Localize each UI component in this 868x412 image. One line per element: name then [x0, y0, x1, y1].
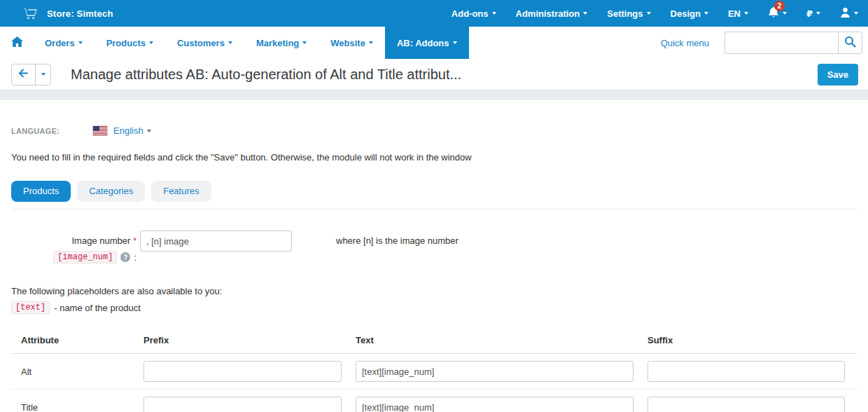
back-dropdown-button[interactable]: [36, 64, 50, 85]
col-header-suffix: Suffix: [648, 335, 857, 345]
placeholders-intro: The following placeholders are also avai…: [11, 286, 857, 296]
back-button-group: [11, 64, 51, 85]
chevron-down-icon: [228, 41, 232, 44]
save-button[interactable]: Save: [818, 64, 858, 85]
notification-badge: 2: [774, 1, 785, 11]
search-icon: [844, 36, 856, 50]
currency-symbol: ₽: [806, 8, 813, 19]
title-text-input[interactable]: [356, 397, 634, 412]
menu-language-en[interactable]: EN: [718, 0, 758, 27]
required-asterisk: *: [133, 235, 136, 246]
chevron-down-icon: [492, 12, 496, 15]
chevron-down-icon: [302, 41, 307, 44]
chevron-down-icon: [78, 41, 83, 44]
tab-products[interactable]: Products: [11, 181, 71, 202]
title-suffix-input[interactable]: [648, 397, 845, 412]
chevron-down-icon: [149, 41, 153, 44]
image-number-code-line: [image_num] ? :: [11, 251, 136, 263]
image-number-label-col: Image number * [image_num] ? :: [11, 231, 136, 263]
home-button[interactable]: [0, 27, 33, 59]
help-icon[interactable]: ?: [120, 252, 130, 262]
back-button[interactable]: [12, 64, 36, 85]
language-selector[interactable]: English: [113, 125, 151, 136]
chevron-down-icon: [41, 73, 46, 76]
alt-prefix-input[interactable]: [144, 361, 342, 382]
notice-text: You need to fill in the required fields …: [11, 152, 857, 163]
page-header: Manage attributes AB: Auto-generation of…: [0, 59, 868, 90]
page-title: Manage attributes AB: Auto-generation of…: [71, 67, 818, 83]
nav-website[interactable]: Website: [318, 27, 385, 59]
user-menu[interactable]: [830, 0, 868, 27]
main-content: LANGUAGE: English You need to fill in th…: [0, 125, 868, 412]
chevron-down-icon: [744, 12, 748, 15]
chevron-down-icon: [704, 12, 708, 15]
nav-products[interactable]: Products: [94, 27, 165, 59]
search-group: [724, 32, 862, 54]
attributes-table: Attribute Prefix Text Suffix Alt Title: [11, 329, 857, 412]
tab-bar: Products Categories Features: [11, 181, 857, 202]
main-navbar: Orders Products Customers Marketing Webs…: [0, 27, 868, 59]
col-header-attribute: Attribute: [11, 335, 144, 345]
table-header-row: Attribute Prefix Text Suffix: [11, 329, 857, 354]
nav-marketing[interactable]: Marketing: [244, 27, 318, 59]
attribute-name: Alt: [11, 366, 144, 377]
menu-administration[interactable]: Administration: [506, 0, 598, 27]
header-divider-strip: [0, 90, 868, 100]
nav-ab-addons-active[interactable]: AB: Addons: [385, 27, 469, 59]
search-button[interactable]: [838, 32, 862, 54]
search-input[interactable]: [724, 32, 838, 54]
label-colon: :: [134, 252, 136, 263]
language-row: LANGUAGE: English: [11, 125, 857, 136]
tab-features[interactable]: Features: [151, 181, 211, 202]
chevron-down-icon: [647, 12, 651, 15]
quick-menu-link[interactable]: Quick menu: [661, 27, 709, 59]
col-header-text: Text: [356, 335, 648, 345]
alt-suffix-input[interactable]: [648, 361, 845, 382]
attribute-name: Title: [11, 402, 144, 412]
placeholder-item: [text] - name of the product: [11, 301, 857, 314]
user-icon: [840, 7, 850, 20]
image-num-placeholder-code: [image_num]: [53, 251, 117, 263]
image-number-hint: where [n] is the image number: [336, 231, 458, 252]
nav-customers[interactable]: Customers: [165, 27, 244, 59]
image-number-input[interactable]: [140, 231, 292, 252]
chevron-down-icon: [783, 12, 787, 15]
menu-settings[interactable]: Settings: [597, 0, 660, 27]
tab-categories[interactable]: Categories: [77, 181, 145, 202]
language-label: LANGUAGE:: [11, 127, 93, 135]
nav-spacer: [469, 27, 661, 59]
menu-addons[interactable]: Add-ons: [442, 0, 506, 27]
chevron-down-icon: [369, 41, 373, 44]
table-row-title: Title: [11, 389, 857, 412]
title-prefix-input[interactable]: [144, 397, 342, 412]
chevron-down-icon: [854, 12, 858, 15]
menu-design[interactable]: Design: [661, 0, 718, 27]
image-number-form-row: Image number * [image_num] ? : where [n]…: [11, 231, 857, 263]
home-icon: [11, 36, 23, 50]
chevron-down-icon: [583, 12, 587, 15]
store-label[interactable]: Store: Simtech: [47, 8, 113, 19]
chevron-down-icon: [816, 12, 820, 15]
currency-menu[interactable]: ₽: [797, 0, 830, 27]
alt-text-input[interactable]: [356, 361, 634, 382]
placeholder-description: - name of the product: [54, 303, 141, 313]
table-row-alt: Alt: [11, 354, 857, 389]
chevron-down-icon: [147, 130, 151, 132]
arrow-left-icon: [18, 68, 29, 81]
chevron-down-icon: [453, 41, 457, 44]
topbar: Store: Simtech Add-ons Administration Se…: [0, 0, 868, 27]
section-divider: [11, 209, 857, 210]
image-number-label: Image number *: [11, 235, 136, 246]
cart-icon[interactable]: [24, 8, 37, 20]
col-header-prefix: Prefix: [144, 335, 356, 345]
placeholders-block: The following placeholders are also avai…: [11, 286, 857, 314]
nav-orders[interactable]: Orders: [33, 27, 94, 59]
text-placeholder-code: [text]: [11, 301, 50, 314]
notifications-menu[interactable]: 2: [758, 0, 797, 27]
us-flag-icon: [93, 126, 107, 135]
